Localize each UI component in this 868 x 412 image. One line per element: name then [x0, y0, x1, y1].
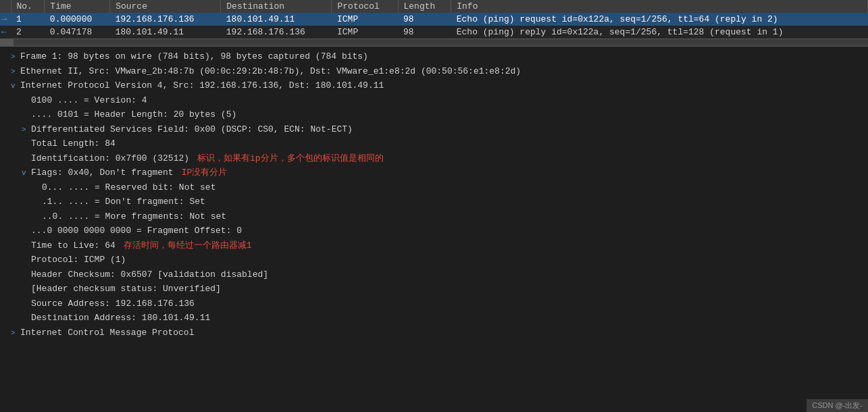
- row-no: 1: [11, 13, 45, 26]
- row-protocol: ICMP: [332, 13, 398, 26]
- detail-ttl[interactable]: Time to Live: 64存活时间，每经过一个路由器减1: [0, 238, 868, 253]
- row-source: 192.168.176.136: [110, 13, 221, 26]
- detail-text: Header Checksum: 0x6507 [validation disa…: [31, 268, 268, 282]
- row-source: 180.101.49.11: [110, 26, 221, 38]
- detail-text: Protocol: ICMP (1): [31, 253, 126, 267]
- col-no: No.: [11, 0, 45, 13]
- detail-text: Source Address: 192.168.176.136: [31, 297, 195, 311]
- detail-more-fragments[interactable]: ..0. .... = More fragments: Not set: [0, 209, 868, 224]
- detail-text: Ethernet II, Src: VMware_2b:48:7b (00:0c…: [20, 65, 521, 78]
- detail-text: .... 0101 = Header Length: 20 bytes (5): [31, 108, 236, 122]
- wireshark-window: No. Time Source Destination Protocol Len…: [0, 0, 868, 412]
- col-source: Source: [110, 0, 221, 13]
- col-length: Length: [398, 0, 451, 13]
- detail-text: 0100 .... = Version: 4: [31, 94, 147, 107]
- detail-text: Internet Protocol Version 4, Src: 192.16…: [20, 79, 384, 93]
- expand-icon: v: [11, 80, 20, 92]
- col-destination: Destination: [221, 0, 332, 13]
- annotation-text: IP没有分片: [182, 166, 228, 180]
- detail-text: [Header checksum status: Unverified]: [31, 282, 221, 296]
- detail-text: Frame 1: 98 bytes on wire (784 bits), 98…: [20, 50, 368, 63]
- row-time: 0.047178: [45, 26, 110, 38]
- expand-icon: >: [11, 66, 20, 78]
- table-header: No. Time Source Destination Protocol Len…: [0, 0, 868, 13]
- detail-text: Internet Control Message Protocol: [20, 326, 194, 340]
- status-bar: CSDN @-出发-: [807, 399, 868, 412]
- detail-dont-fragment[interactable]: .1.. .... = Don't fragment: Set: [0, 195, 868, 209]
- detail-text: Time to Live: 64: [31, 239, 116, 253]
- expand-icon: >: [11, 328, 20, 339]
- row-arrow: ←: [0, 26, 11, 38]
- detail-identification[interactable]: Identification: 0x7f00 (32512)标识，如果有ip分片…: [0, 151, 868, 166]
- detail-text: Differentiated Services Field: 0x00 (DSC…: [31, 123, 353, 136]
- detail-dsf[interactable]: >Differentiated Services Field: 0x00 (DS…: [0, 122, 868, 137]
- col-time: Time: [45, 0, 110, 13]
- status-text: CSDN @-出发-: [812, 401, 863, 409]
- detail-text: Flags: 0x40, Don't fragment: [31, 166, 174, 180]
- detail-text: Identification: 0x7f00 (32512): [31, 152, 189, 165]
- row-destination: 180.101.49.11: [221, 13, 332, 26]
- expand-icon: >: [22, 124, 31, 136]
- col-protocol: Protocol: [332, 0, 398, 13]
- table-row[interactable]: ←20.047178180.101.49.11192.168.176.136IC…: [0, 26, 868, 38]
- detail-text: Destination Address: 180.101.49.11: [31, 311, 210, 325]
- detail-text: ...0 0000 0000 0000 = Fragment Offset: 0: [31, 224, 242, 238]
- detail-text: .1.. .... = Don't fragment: Set: [42, 195, 205, 209]
- detail-src-addr[interactable]: Source Address: 192.168.176.136: [0, 297, 868, 311]
- packet-table: No. Time Source Destination Protocol Len…: [0, 0, 868, 38]
- detail-dst-addr[interactable]: Destination Address: 180.101.49.11: [0, 311, 868, 326]
- row-destination: 192.168.176.136: [221, 26, 332, 38]
- detail-total-length[interactable]: Total Length: 84: [0, 136, 868, 151]
- detail-header-checksum[interactable]: Header Checksum: 0x6507 [validation disa…: [0, 267, 868, 282]
- detail-version[interactable]: 0100 .... = Version: 4: [0, 93, 868, 108]
- row-protocol: ICMP: [332, 26, 398, 38]
- detail-reserved-bit[interactable]: 0... .... = Reserved bit: Not set: [0, 180, 868, 195]
- expand-icon: v: [22, 168, 31, 179]
- row-length: 98: [398, 26, 451, 38]
- expand-icon: >: [11, 51, 20, 63]
- row-length: 98: [398, 13, 451, 26]
- detail-text: 0... .... = Reserved bit: Not set: [42, 181, 215, 195]
- row-time: 0.000000: [45, 13, 110, 26]
- table-row[interactable]: →10.000000192.168.176.136180.101.49.11IC…: [0, 13, 868, 26]
- col-arrow: [0, 0, 11, 13]
- detail-flags[interactable]: vFlags: 0x40, Don't fragmentIP没有分片: [0, 165, 868, 180]
- row-info: Echo (ping) request id=0x122a, seq=1/256…: [451, 13, 868, 26]
- detail-icmp[interactable]: >Internet Control Message Protocol: [0, 326, 868, 340]
- detail-text: Total Length: 84: [31, 137, 116, 151]
- annotation-text: 标识，如果有ip分片，多个包的标识值是相同的: [197, 152, 384, 165]
- detail-panel: >Frame 1: 98 bytes on wire (784 bits), 9…: [0, 47, 868, 342]
- detail-ip[interactable]: vInternet Protocol Version 4, Src: 192.1…: [0, 78, 868, 93]
- detail-protocol[interactable]: Protocol: ICMP (1): [0, 253, 868, 267]
- detail-checksum-status[interactable]: [Header checksum status: Unverified]: [0, 282, 868, 297]
- annotation-text: 存活时间，每经过一个路由器减1: [124, 239, 252, 253]
- col-info: Info: [451, 0, 868, 13]
- detail-fragment-offset[interactable]: ...0 0000 0000 0000 = Fragment Offset: 0: [0, 224, 868, 238]
- row-no: 2: [11, 26, 45, 38]
- row-arrow: →: [0, 13, 11, 26]
- packet-scrollbar[interactable]: [0, 38, 868, 47]
- detail-frame[interactable]: >Frame 1: 98 bytes on wire (784 bits), 9…: [0, 49, 868, 64]
- row-info: Echo (ping) reply id=0x122a, seq=1/256, …: [451, 26, 868, 38]
- detail-text: ..0. .... = More fragments: Not set: [42, 210, 226, 224]
- detail-ethernet[interactable]: >Ethernet II, Src: VMware_2b:48:7b (00:0…: [0, 64, 868, 79]
- detail-header-length[interactable]: .... 0101 = Header Length: 20 bytes (5): [0, 107, 868, 122]
